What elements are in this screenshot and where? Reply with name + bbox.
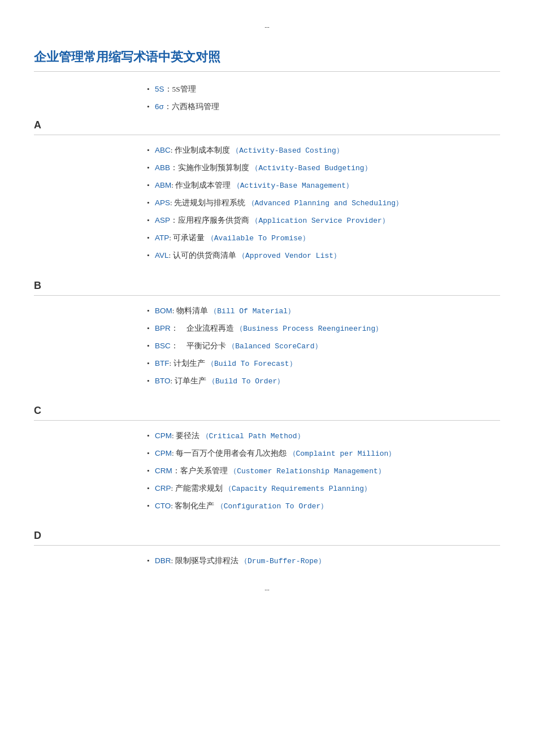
- list-item: ABC: 作业制成本制度 （Activity-Based Costing）: [147, 144, 500, 157]
- term-en: （Configuration To Order）: [216, 502, 328, 511]
- term-abbr: ABC: [155, 146, 171, 154]
- term-abbr: ABB: [155, 163, 170, 172]
- term-abbr: CPM: [155, 431, 172, 440]
- page-footer: --: [34, 585, 500, 594]
- term-en: （Business Process Reengineering）: [236, 325, 383, 333]
- section-c-content: CPM: 要径法 （Critical Path Method） CPM: 每一百…: [34, 430, 500, 513]
- section-d-list: DBR: 限制驱导式排程法 （Drum-Buffer-Rope）: [147, 555, 500, 568]
- term-en: （Critical Path Method）: [202, 432, 305, 440]
- list-item: CRP: 产能需求规划 （Capacity Requirements Plann…: [147, 482, 500, 495]
- section-divider-d: [34, 545, 500, 546]
- term-abbr: BTO: [155, 377, 171, 385]
- list-item: BSC： 平衡记分卡 （Balanced ScoreCard）: [147, 340, 500, 353]
- term-abbr: 6σ: [155, 102, 164, 111]
- term-en: （Complaint per Million）: [289, 450, 396, 458]
- list-item: CTO: 客制化生产 （Configuration To Order）: [147, 500, 500, 513]
- term-en: （Drum-Buffer-Rope）: [240, 557, 325, 565]
- term-abbr: BSC: [155, 342, 171, 350]
- list-item: CPM: 要径法 （Critical Path Method）: [147, 430, 500, 443]
- intro-list: 5S：5S管理 6σ：六西格玛管理: [147, 83, 500, 114]
- term-en: （Approved Vendor List）: [238, 252, 341, 260]
- section-c-list: CPM: 要径法 （Critical Path Method） CPM: 每一百…: [147, 430, 500, 513]
- list-item: ABM: 作业制成本管理 （Activity-Base Management）: [147, 179, 500, 192]
- term-abbr: BPR: [155, 324, 171, 332]
- section-letter-b: B: [34, 280, 500, 292]
- term-en: （Build To Forecast）: [207, 360, 297, 368]
- list-item: ASP：应用程序服务供货商 （Application Service Provi…: [147, 214, 500, 227]
- term-abbr: AVL: [155, 251, 169, 260]
- term-abbr: ABM: [155, 181, 171, 189]
- list-item: ATP: 可承诺量 （Available To Promise）: [147, 232, 500, 245]
- list-item: CPM: 每一百万个使用者会有几次抱怨 （Complaint per Milli…: [147, 447, 500, 460]
- section-c: C CPM: 要径法 （Critical Path Method） CPM: 每…: [34, 405, 500, 513]
- term-en: （Activity-Based Costing）: [232, 146, 344, 155]
- list-item: BPR： 企业流程再造 （Business Process Reengineer…: [147, 322, 500, 335]
- section-a: A ABC: 作业制成本制度 （Activity-Based Costing） …: [34, 119, 500, 263]
- list-item: APS: 先进规划与排程系统 （Advanced Planning and Sc…: [147, 197, 500, 210]
- list-item: BTF: 计划生产 （Build To Forecast）: [147, 357, 500, 370]
- section-letter-a: A: [34, 119, 500, 131]
- section-b: B BOM: 物料清单 （Bill Of Material） BPR： 企业流程…: [34, 280, 500, 388]
- page-header: --: [34, 23, 500, 32]
- list-item: ABB：实施作业制预算制度 （Activity-Based Budgeting）: [147, 162, 500, 175]
- section-b-content: BOM: 物料清单 （Bill Of Material） BPR： 企业流程再造…: [34, 305, 500, 388]
- term-en: （Customer Relationship Management）: [229, 467, 385, 476]
- section-a-content: ABC: 作业制成本制度 （Activity-Based Costing） AB…: [34, 144, 500, 263]
- term-abbr: APS: [155, 198, 170, 207]
- list-item: BOM: 物料清单 （Bill Of Material）: [147, 305, 500, 318]
- term-abbr: 5S: [155, 85, 164, 93]
- section-divider-a: [34, 135, 500, 135]
- list-item: BTO: 订单生产 （Build To Order）: [147, 375, 500, 388]
- section-divider-b: [34, 295, 500, 296]
- section-divider-c: [34, 420, 500, 421]
- list-item: 5S：5S管理: [147, 83, 500, 96]
- term-abbr: ATP: [155, 234, 169, 242]
- section-letter-d: D: [34, 530, 500, 542]
- title-divider: [34, 71, 500, 72]
- section-b-list: BOM: 物料清单 （Bill Of Material） BPR： 企业流程再造…: [147, 305, 500, 388]
- term-abbr: CTO: [155, 502, 171, 510]
- list-item: DBR: 限制驱导式排程法 （Drum-Buffer-Rope）: [147, 555, 500, 568]
- term-en: （Activity-Based Budgeting）: [251, 164, 371, 172]
- term-abbr: CRP: [155, 484, 171, 493]
- term-en: （Build To Order）: [208, 377, 284, 386]
- section-d-content: DBR: 限制驱导式排程法 （Drum-Buffer-Rope）: [34, 555, 500, 568]
- term-abbr: BOM: [155, 306, 172, 315]
- list-item: CRM：客户关系管理 （Customer Relationship Manage…: [147, 465, 500, 478]
- section-a-list: ABC: 作业制成本制度 （Activity-Based Costing） AB…: [147, 144, 500, 263]
- section-d: D DBR: 限制驱导式排程法 （Drum-Buffer-Rope）: [34, 530, 500, 568]
- list-item: 6σ：六西格玛管理: [147, 101, 500, 114]
- term-en: （Advanced Planning and Scheduling）: [248, 199, 403, 208]
- term-abbr: CPM: [155, 449, 172, 457]
- term-abbr: ASP: [155, 216, 170, 224]
- term-abbr: CRM: [155, 466, 172, 475]
- term-abbr: DBR: [155, 556, 171, 565]
- term-en: （Bill Of Material）: [210, 307, 295, 316]
- term-abbr: BTF: [155, 359, 170, 368]
- term-en: （Balanced ScoreCard）: [228, 342, 322, 351]
- page-title: 企业管理常用缩写术语中英文对照: [34, 49, 500, 66]
- section-letter-c: C: [34, 405, 500, 417]
- list-item: AVL: 认可的供货商清单 （Approved Vendor List）: [147, 249, 500, 262]
- term-en: （Application Service Provider）: [251, 217, 389, 225]
- term-en: （Available To Promise）: [207, 234, 310, 243]
- term-en: （Activity-Base Management）: [233, 182, 353, 190]
- term-en: （Capacity Requirements Planning）: [224, 485, 371, 493]
- intro-section: 5S：5S管理 6σ：六西格玛管理: [34, 83, 500, 114]
